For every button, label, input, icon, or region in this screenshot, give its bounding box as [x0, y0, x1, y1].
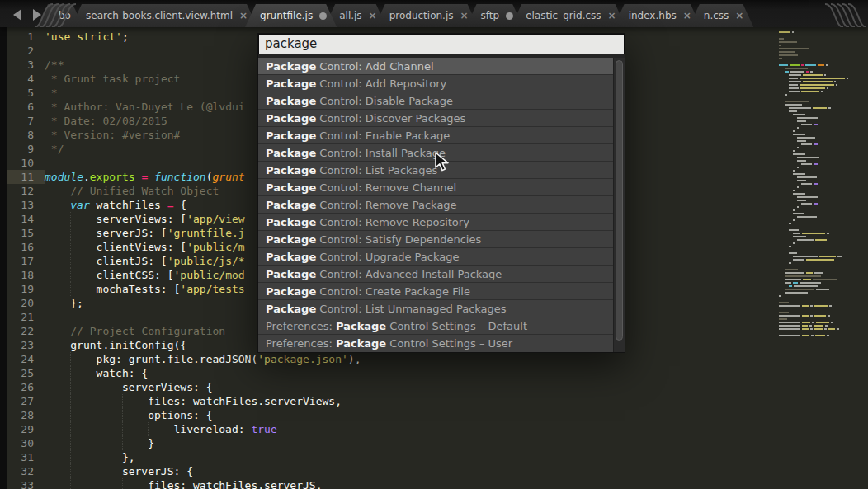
- tab-label: production.js: [389, 10, 454, 21]
- code-text: clientJS: ['public/js/*: [45, 254, 245, 268]
- command-item[interactable]: Package Control: Add Channel: [258, 58, 613, 75]
- code-text: livereload: true: [45, 422, 277, 436]
- command-item[interactable]: Package Control: Disable Package: [258, 92, 613, 110]
- line-number: 10: [7, 156, 45, 170]
- tab-label: n.css: [704, 10, 729, 21]
- line-number: 30: [7, 436, 45, 450]
- tab-label: gruntfile.js: [260, 10, 313, 21]
- line-number: 25: [7, 366, 45, 380]
- tab-overflow-stack-right[interactable]: [809, 0, 868, 27]
- command-item[interactable]: Package Control: Satisfy Dependencies: [258, 231, 613, 248]
- tab-label: index.hbs: [629, 10, 677, 21]
- command-item[interactable]: Package Control: Remove Package: [258, 196, 613, 214]
- back-icon[interactable]: [13, 9, 21, 21]
- close-icon[interactable]: ×: [369, 10, 377, 21]
- palette-scrollbar[interactable]: [613, 58, 625, 352]
- code-line: 28options: {: [7, 408, 868, 422]
- command-item[interactable]: Package Control: Advanced Install Packag…: [258, 266, 613, 283]
- code-line: 29livereload: true: [7, 422, 868, 436]
- command-item[interactable]: Package Control: Remove Repository: [258, 214, 613, 231]
- close-icon[interactable]: ×: [735, 10, 743, 21]
- code-text: }: [45, 436, 154, 450]
- line-number: 15: [7, 226, 45, 240]
- code-text: serverViews: ['app/view: [45, 212, 245, 226]
- command-item[interactable]: Package Control: List Packages: [258, 162, 613, 179]
- line-number: 1: [7, 30, 45, 44]
- close-icon[interactable]: ×: [239, 10, 248, 21]
- line-number: 3: [7, 58, 45, 72]
- line-number: 19: [7, 282, 45, 296]
- code-text: };: [45, 296, 83, 310]
- command-item[interactable]: Preferences: Package Control Settings – …: [258, 335, 613, 352]
- tab-overflow-stack-left[interactable]: [33, 0, 83, 27]
- command-item[interactable]: Package Control: Discover Packages: [258, 110, 613, 127]
- code-text: * Date: 02/08/2015: [45, 114, 167, 128]
- line-number: 5: [7, 86, 45, 100]
- command-item[interactable]: Package Control: Remove Channel: [258, 179, 613, 196]
- line-number: 13: [7, 198, 45, 212]
- palette-scrollbar-thumb[interactable]: [616, 60, 623, 341]
- code-text: serverJS: ['gruntfile.j: [45, 226, 245, 240]
- dirty-dot-icon: [506, 12, 513, 20]
- line-number: 29: [7, 422, 45, 436]
- line-number: 9: [7, 142, 45, 156]
- line-number: 23: [7, 338, 45, 352]
- tab-elastic-grid-css[interactable]: elastic_grid.css×: [511, 4, 625, 27]
- code-text: clientViews: ['public/m: [45, 240, 245, 254]
- code-line: 30}: [7, 436, 868, 450]
- command-item[interactable]: Package Control: Upgrade Package: [258, 248, 613, 266]
- code-text: * Version: #version#: [45, 128, 180, 142]
- code-text: module.exports = function(grunt: [45, 170, 245, 184]
- close-icon[interactable]: ×: [683, 10, 691, 21]
- code-text: serverJS: {: [45, 464, 193, 478]
- code-text: files: watchFiles.serverJS,: [45, 478, 323, 489]
- tab-label: elastic_grid.css: [526, 10, 601, 21]
- dirty-dot-icon: [319, 12, 327, 20]
- code-text: mochaTests: ['app/tests: [45, 282, 245, 296]
- code-line: 27files: watchFiles.serverViews,: [7, 394, 868, 408]
- tab-gruntfile-js[interactable]: gruntfile.js: [245, 4, 337, 27]
- code-line: 32serverJS: {: [7, 464, 868, 478]
- code-text: // Unified Watch Object: [45, 184, 219, 198]
- command-palette: package Package Control: Add ChannelPack…: [257, 33, 625, 353]
- minimap[interactable]: [779, 31, 863, 378]
- code-text: pkg: grunt.file.readJSON('package.json')…: [45, 352, 361, 366]
- code-line: 33files: watchFiles.serverJS,: [7, 478, 868, 489]
- close-icon[interactable]: ×: [460, 10, 469, 21]
- line-number: 12: [7, 184, 45, 198]
- command-palette-input[interactable]: package: [258, 34, 625, 54]
- line-number: 21: [7, 310, 45, 324]
- editor-left-edge: [0, 27, 7, 489]
- line-number: 28: [7, 408, 45, 422]
- command-item[interactable]: Package Control: Create Package File: [258, 283, 613, 300]
- line-number: 11: [7, 170, 45, 184]
- line-number: 32: [7, 464, 45, 478]
- sublime-text-window: bosearch-books.client.view.html×gruntfil…: [0, 0, 868, 489]
- code-line: 25watch: {: [7, 366, 868, 380]
- command-item[interactable]: Package Control: List Unmanaged Packages: [258, 300, 613, 317]
- line-number: 24: [7, 352, 45, 366]
- command-item[interactable]: Package Control: Enable Package: [258, 127, 613, 144]
- tab-strip: bosearch-books.client.view.html×gruntfil…: [50, 0, 753, 27]
- code-text: *: [45, 86, 58, 100]
- code-text: serverViews: {: [45, 380, 212, 394]
- code-text: * Author: Van-Duyet Le (@lvdui: [45, 100, 245, 114]
- command-item[interactable]: Preferences: Package Control Settings – …: [258, 317, 613, 335]
- tab-production-js[interactable]: production.js×: [375, 4, 479, 27]
- code-text: */: [45, 142, 64, 156]
- code-text: // Project Configuration: [45, 324, 225, 338]
- code-text: /**: [45, 58, 64, 72]
- code-text: var watchFiles = {: [45, 198, 186, 212]
- tab-search-books-client-view-html[interactable]: search-books.client.view.html×: [71, 4, 257, 27]
- code-text: clientCSS: ['public/mod: [45, 268, 245, 282]
- code-text: grunt.initConfig({: [45, 338, 186, 352]
- line-number: 20: [7, 296, 45, 310]
- line-number: 16: [7, 240, 45, 254]
- code-text: },: [45, 450, 135, 464]
- tab-index-hbs[interactable]: index.hbs×: [614, 4, 701, 27]
- command-item[interactable]: Package Control: Add Repository: [258, 75, 613, 92]
- line-number: 33: [7, 478, 45, 489]
- line-number: 26: [7, 380, 45, 394]
- command-item[interactable]: Package Control: Install Package: [258, 144, 613, 162]
- close-icon[interactable]: ×: [608, 10, 616, 21]
